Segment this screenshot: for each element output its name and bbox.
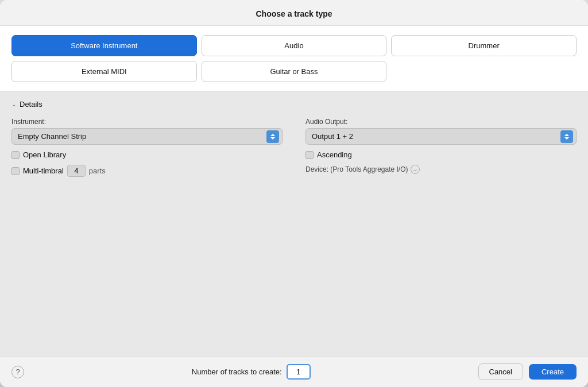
- open-library-checkbox[interactable]: [11, 151, 20, 159]
- dialog-header: Choose a track type: [0, 0, 588, 26]
- audio-output-label: Audio Output:: [305, 118, 577, 126]
- audio-output-column: Audio Output: Output 1 + 2 Output 3 + 4 …: [305, 118, 577, 177]
- instrument-label: Instrument:: [11, 118, 283, 126]
- audio-output-field-group: Audio Output: Output 1 + 2 Output 3 + 4 …: [305, 118, 577, 145]
- tracks-count-label: Number of tracks to create:: [192, 367, 282, 376]
- dialog-title: Choose a track type: [256, 9, 332, 18]
- parts-label: parts: [89, 167, 106, 175]
- track-type-external-midi[interactable]: External MIDI: [11, 61, 197, 82]
- dialog: Choose a track type Software Instrument …: [0, 0, 588, 387]
- dialog-footer: ? Number of tracks to create: Cancel Cre…: [0, 356, 588, 387]
- ascending-row[interactable]: Ascending: [305, 150, 577, 159]
- multi-timbral-checkbox[interactable]: [11, 167, 20, 175]
- audio-output-dropdown-wrapper: Output 1 + 2 Output 3 + 4 Output 5 + 6: [305, 128, 577, 145]
- tracks-count-input[interactable]: [287, 364, 311, 380]
- help-button[interactable]: ?: [11, 366, 24, 378]
- ascending-checkbox[interactable]: [305, 151, 314, 159]
- track-type-drummer[interactable]: Drummer: [391, 35, 577, 56]
- instrument-dropdown-wrapper: Empty Channel Strip Piano Strings Synth …: [11, 128, 283, 145]
- track-type-audio[interactable]: Audio: [202, 35, 387, 56]
- track-type-software-instrument[interactable]: Software Instrument: [11, 35, 197, 56]
- device-label: Device: (Pro Tools Aggregate I/O): [305, 165, 408, 173]
- ascending-label: Ascending: [317, 150, 352, 159]
- details-section: ⌄ Details Instrument: Empty Channel Stri…: [0, 92, 588, 356]
- details-label: Details: [20, 100, 42, 109]
- open-library-row[interactable]: Open Library: [11, 150, 283, 159]
- footer-center: Number of tracks to create:: [192, 364, 311, 380]
- open-library-label: Open Library: [23, 150, 66, 159]
- instrument-column: Instrument: Empty Channel Strip Piano St…: [11, 118, 283, 177]
- instrument-select[interactable]: Empty Channel Strip Piano Strings Synth …: [11, 128, 283, 145]
- chevron-down-icon: ⌄: [11, 101, 16, 107]
- track-type-guitar-or-bass[interactable]: Guitar or Bass: [202, 61, 387, 82]
- footer-left: ?: [11, 366, 24, 378]
- multi-timbral-label: Multi-timbral: [23, 167, 64, 175]
- track-types-area: Software Instrument Audio Drummer Extern…: [0, 26, 588, 92]
- details-toggle[interactable]: ⌄ Details: [11, 100, 577, 109]
- device-navigate-button[interactable]: →: [411, 165, 420, 174]
- details-content: Instrument: Empty Channel Strip Piano St…: [11, 118, 577, 177]
- instrument-field-group: Instrument: Empty Channel Strip Piano St…: [11, 118, 283, 145]
- audio-output-select[interactable]: Output 1 + 2 Output 3 + 4 Output 5 + 6: [305, 128, 577, 145]
- cancel-button[interactable]: Cancel: [478, 363, 523, 380]
- multi-timbral-row: Multi-timbral parts: [11, 165, 283, 177]
- device-line: Device: (Pro Tools Aggregate I/O) →: [305, 165, 577, 174]
- footer-right: Cancel Create: [478, 363, 577, 380]
- create-button[interactable]: Create: [529, 364, 577, 380]
- multi-timbral-parts-input[interactable]: [67, 165, 86, 177]
